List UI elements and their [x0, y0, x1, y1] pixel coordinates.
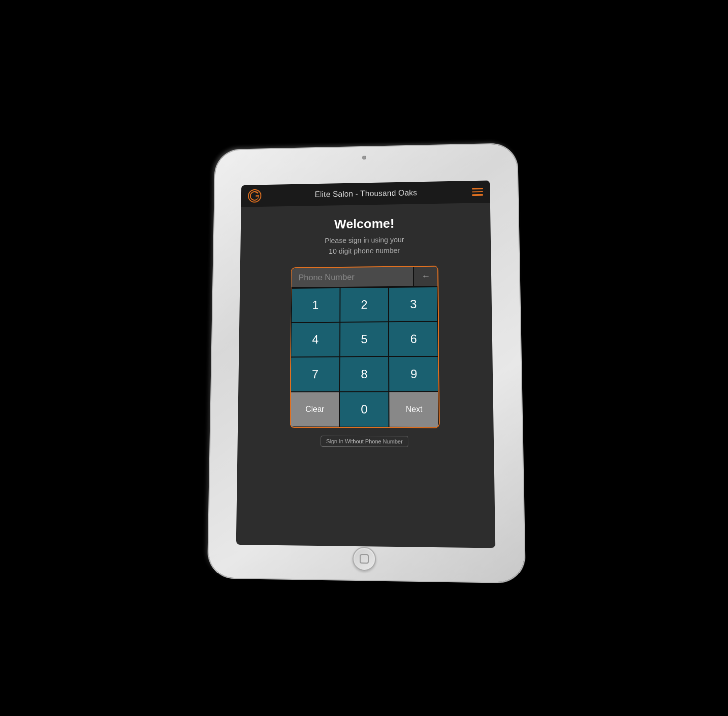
key-2[interactable]: 2 — [340, 287, 389, 322]
home-button-inner — [359, 554, 368, 563]
key-9[interactable]: 9 — [389, 356, 438, 391]
keypad-container: ← 1 2 3 4 5 6 7 8 9 — [289, 265, 439, 428]
ipad-device: Elite Salon - Thousand Oaks Welcome! Ple… — [208, 144, 524, 582]
sign-in-without-phone-button[interactable]: Sign In Without Phone Number — [320, 435, 408, 447]
key-3[interactable]: 3 — [388, 286, 437, 321]
menu-line-3 — [472, 194, 483, 196]
key-4[interactable]: 4 — [291, 322, 340, 357]
menu-line-1 — [472, 188, 483, 189]
welcome-subtitle: Please sign in using your 10 digit phone… — [324, 235, 404, 257]
key-5[interactable]: 5 — [339, 321, 389, 356]
key-7[interactable]: 7 — [291, 356, 339, 391]
app-logo-icon — [248, 189, 261, 202]
clear-button[interactable]: Clear — [290, 391, 339, 427]
backspace-button[interactable]: ← — [413, 266, 437, 286]
scene: Elite Salon - Thousand Oaks Welcome! Ple… — [190, 97, 539, 620]
next-button[interactable]: Next — [389, 391, 438, 427]
menu-line-2 — [472, 191, 483, 192]
phone-input[interactable] — [291, 266, 413, 287]
key-6[interactable]: 6 — [389, 321, 438, 356]
input-row: ← — [291, 266, 437, 288]
ipad-screen: Elite Salon - Thousand Oaks Welcome! Ple… — [236, 180, 495, 548]
camera-dot — [362, 155, 366, 159]
numpad-grid: 1 2 3 4 5 6 7 8 9 Clear 0 Next — [290, 286, 438, 427]
home-button[interactable] — [352, 546, 376, 571]
key-8[interactable]: 8 — [339, 356, 389, 391]
key-0[interactable]: 0 — [339, 391, 389, 427]
app-header: Elite Salon - Thousand Oaks — [241, 180, 490, 207]
welcome-title: Welcome! — [334, 216, 394, 232]
app-content: Welcome! Please sign in using your 10 di… — [237, 203, 494, 455]
header-title: Elite Salon - Thousand Oaks — [315, 188, 417, 199]
backspace-icon: ← — [421, 271, 430, 281]
menu-button[interactable] — [472, 188, 483, 195]
key-1[interactable]: 1 — [291, 287, 339, 322]
